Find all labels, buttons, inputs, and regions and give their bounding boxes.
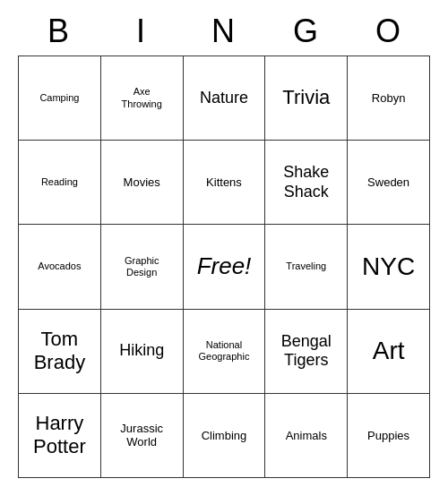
bingo-cell-r1-c2: Kittens — [184, 141, 266, 225]
bingo-cell-r0-c2: Nature — [184, 56, 266, 141]
cell-label: Puppies — [367, 429, 409, 443]
cell-label: Art — [373, 336, 405, 366]
bingo-cell-r3-c4: Art — [348, 310, 430, 394]
bingo-cell-r2-c4: NYC — [348, 225, 430, 309]
cell-label: Camping — [39, 92, 79, 104]
bingo-cell-r3-c1: Hiking — [101, 310, 184, 394]
bingo-header-letter: I — [100, 9, 183, 54]
bingo-header-letter: B — [18, 9, 100, 54]
bingo-cell-r1-c1: Movies — [101, 141, 184, 225]
cell-label: Robyn — [372, 91, 406, 106]
bingo-cell-r1-c4: Sweden — [348, 141, 430, 225]
bingo-cell-r2-c2: Free! — [184, 225, 266, 309]
bingo-header-letter: O — [348, 9, 430, 54]
bingo-cell-r0-c3: Trivia — [265, 56, 348, 141]
bingo-cell-r2-c1: GraphicDesign — [101, 225, 184, 309]
cell-label: Nature — [200, 89, 248, 108]
cell-label: TomBrady — [34, 328, 85, 375]
cell-label: JurassicWorld — [120, 422, 163, 449]
cell-label: Free! — [197, 252, 252, 280]
cell-label: Reading — [41, 176, 78, 188]
cell-label: HarryPotter — [33, 412, 86, 459]
cell-label: Kittens — [206, 175, 242, 190]
cell-label: AxeThrowing — [122, 86, 162, 109]
cell-label: GraphicDesign — [125, 255, 159, 278]
bingo-cell-r3-c0: TomBrady — [19, 310, 101, 394]
cell-label: NYC — [362, 252, 415, 282]
cell-label: Movies — [124, 175, 160, 190]
bingo-cell-r4-c1: JurassicWorld — [101, 394, 184, 478]
bingo-cell-r1-c0: Reading — [19, 141, 101, 225]
bingo-cell-r3-c2: NationalGeographic — [184, 310, 266, 394]
bingo-cell-r4-c3: Animals — [265, 394, 348, 478]
bingo-cell-r4-c0: HarryPotter — [19, 394, 101, 478]
cell-label: Climbing — [202, 429, 247, 443]
cell-label: Trivia — [282, 86, 330, 109]
bingo-grid: CampingAxeThrowingNatureTriviaRobynReadi… — [18, 56, 430, 478]
cell-label: Sweden — [367, 175, 409, 190]
bingo-cell-r2-c3: Traveling — [265, 225, 348, 309]
cell-label: Traveling — [286, 261, 326, 272]
cell-label: Animals — [286, 429, 327, 443]
cell-label: Hiking — [119, 341, 164, 361]
bingo-cell-r3-c3: BengalTigers — [265, 310, 348, 394]
bingo-cell-r0-c4: Robyn — [348, 56, 430, 141]
bingo-header: BINGO — [18, 9, 430, 54]
bingo-header-letter: N — [183, 9, 265, 54]
cell-label: NationalGeographic — [199, 339, 250, 363]
cell-label: ShakeShack — [283, 163, 329, 201]
bingo-cell-r4-c4: Puppies — [348, 394, 430, 478]
cell-label: Avocados — [38, 261, 81, 272]
bingo-header-letter: G — [265, 9, 348, 54]
bingo-cell-r2-c0: Avocados — [19, 225, 101, 309]
bingo-cell-r0-c1: AxeThrowing — [101, 56, 184, 141]
cell-label: BengalTigers — [281, 332, 332, 371]
bingo-cell-r1-c3: ShakeShack — [265, 141, 348, 225]
bingo-cell-r4-c2: Climbing — [184, 394, 266, 478]
bingo-cell-r0-c0: Camping — [19, 56, 101, 141]
